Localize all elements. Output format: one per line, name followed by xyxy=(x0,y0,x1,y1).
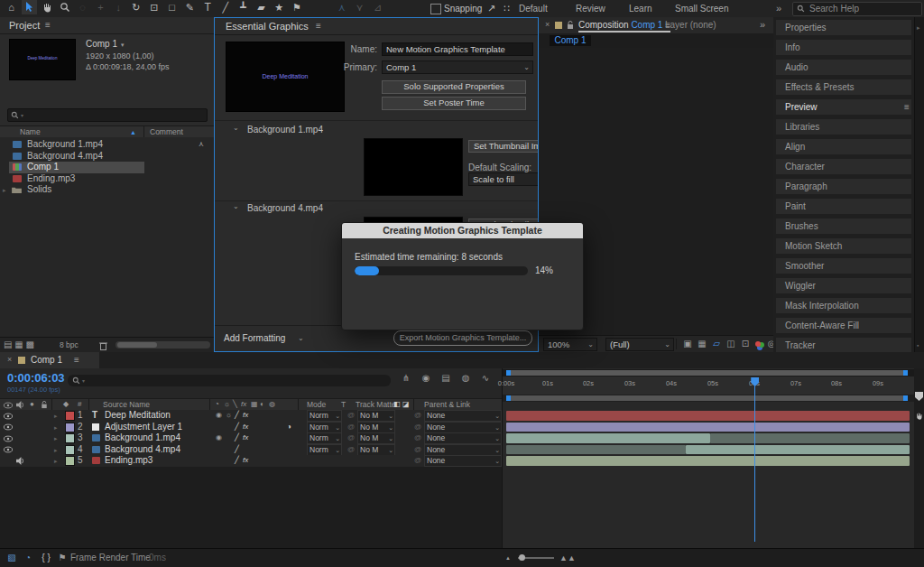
blend-mode-dropdown[interactable]: Norm⌄ xyxy=(307,410,342,422)
parent-dropdown[interactable]: None⌄ xyxy=(424,455,502,467)
roto-brush-tool-icon[interactable]: ★ xyxy=(272,0,287,14)
fx-toggle-icon[interactable]: fx xyxy=(243,455,248,466)
layer-row[interactable]: ▸ 1 T Deep Meditation ◉ ☼ ╱ fx Norm⌄ @ N… xyxy=(0,410,502,423)
blend-mode-dropdown[interactable]: Norm⌄ xyxy=(307,432,342,444)
expand-arrow-icon[interactable]: ▸ xyxy=(54,456,58,467)
solo-supported-properties-button[interactable]: Solo Supported Properties xyxy=(382,80,526,94)
new-composition-icon[interactable]: ▩ xyxy=(25,338,33,352)
fx-switch-icon[interactable]: fx xyxy=(241,399,246,410)
graph-editor-icon[interactable]: ∿ xyxy=(479,373,492,383)
track-matte-header[interactable]: Track Matte xyxy=(356,399,396,410)
shape-tool-icon[interactable]: □ xyxy=(164,0,180,14)
work-area-start-handle[interactable] xyxy=(506,395,511,401)
preview-target-icon[interactable]: ▣ xyxy=(681,336,694,352)
panel-tab-info[interactable]: Info xyxy=(776,40,911,55)
quality-toggle-icon[interactable]: ╱ xyxy=(235,422,239,432)
primary-comp-dropdown[interactable]: Comp 1 ⌄ xyxy=(382,60,533,74)
hide-shy-layers-icon[interactable]: ◉ xyxy=(420,373,432,383)
comp-button-icon[interactable] xyxy=(915,412,923,420)
view-options-icon[interactable]: ⊡ xyxy=(739,336,752,352)
project-search-box[interactable]: ▾ xyxy=(7,108,208,122)
transparency-grid-icon[interactable]: ▦ xyxy=(696,336,708,352)
layer-bar[interactable] xyxy=(506,433,910,443)
eye-icon[interactable] xyxy=(4,423,13,431)
shy-switch-icon[interactable]: ◔ xyxy=(215,399,219,410)
mode-column-header[interactable]: Mode xyxy=(307,399,326,410)
close-icon[interactable]: × xyxy=(545,20,550,29)
timeline-horizontal-scrollbar[interactable] xyxy=(503,369,915,376)
label-color-swatch[interactable] xyxy=(65,433,75,443)
project-item[interactable]: Background 4.mp4 xyxy=(0,151,214,163)
pen-tool-icon[interactable]: ✎ xyxy=(182,0,198,14)
quality-toggle-icon[interactable]: ╱ xyxy=(235,410,239,421)
label-column-icon[interactable]: ◆ xyxy=(63,399,69,410)
scrollbar-right-cap[interactable] xyxy=(903,370,908,376)
track-matte-dropdown[interactable]: No M⌄ xyxy=(357,422,395,433)
fx-toggle-icon[interactable]: fx xyxy=(243,432,248,443)
layer-row[interactable]: ▸ 5 Ending.mp3 ╱ fx @ None⌄ xyxy=(0,455,502,468)
roi-icon[interactable]: ▱ xyxy=(710,336,723,352)
matte-toggle-icon[interactable]: ◧ xyxy=(393,399,401,410)
column-comment[interactable]: Comment xyxy=(150,126,183,137)
eye-icon[interactable] xyxy=(4,402,13,409)
panel-tab-properties[interactable]: Properties xyxy=(776,20,911,35)
matte-pickwhip-icon[interactable]: @ xyxy=(347,422,355,432)
selection-tool-icon[interactable] xyxy=(22,0,37,14)
layer-row[interactable]: ▸ 4 Background 4.mp4 ╱ Norm⌄ @ No M⌄ @ N… xyxy=(0,444,502,457)
preview-panel-menu-icon[interactable]: ≡ xyxy=(904,99,910,115)
viewer-tab-layer[interactable]: Layer (none) xyxy=(665,20,716,30)
panel-tab-tracker[interactable]: Tracker xyxy=(776,338,911,352)
comp-marker-bin-icon[interactable] xyxy=(915,392,923,401)
magnification-dropdown[interactable]: 100% ⌄ xyxy=(543,338,597,351)
quality-toggle-icon[interactable]: ╱ xyxy=(235,455,239,466)
layer-name[interactable]: Background 4.mp4 xyxy=(105,444,180,455)
track-matte-dropdown[interactable]: No M⌄ xyxy=(357,444,395,456)
parent-pickwhip-icon[interactable]: @ xyxy=(414,444,421,455)
parent-pickwhip-icon[interactable]: @ xyxy=(414,432,421,443)
clone-stamp-tool-icon[interactable]: ┻ xyxy=(236,0,251,14)
track-matte-dropdown[interactable]: No M⌄ xyxy=(357,410,395,422)
zoom-tool-icon[interactable] xyxy=(57,0,72,14)
comp-chip[interactable]: Comp 1 xyxy=(550,35,591,46)
fx-toggle-icon[interactable]: fx xyxy=(243,410,248,421)
label-color-swatch[interactable] xyxy=(65,445,75,455)
panel-tab-paragraph[interactable]: Paragraph xyxy=(776,179,911,194)
viewer-overflow-icon[interactable]: » xyxy=(760,19,765,30)
workspace-tab-review[interactable]: Review xyxy=(576,4,605,14)
zoom-out-mountain-icon[interactable]: ▲ xyxy=(505,549,511,567)
project-item-folder[interactable]: ▸ Solids xyxy=(0,184,214,196)
eye-icon[interactable] xyxy=(4,435,13,442)
template-name-input[interactable]: New Motion Graphics Template xyxy=(382,42,533,56)
work-area-bar[interactable] xyxy=(503,395,915,402)
new-folder-icon[interactable]: ▦ xyxy=(14,338,23,352)
comp-name-caret-icon[interactable]: ▼ xyxy=(120,42,125,48)
section-collapse-icon[interactable]: ⌄ xyxy=(233,202,239,210)
collapse-switch-icon[interactable]: ☼ xyxy=(224,399,230,410)
collapsed-panel-icon[interactable]: ▸ xyxy=(917,24,920,32)
essential-graphics-tab[interactable]: Essential Graphics xyxy=(226,21,309,32)
set-thumbnail-image-button[interactable]: Set Thumbnail Im xyxy=(468,140,539,153)
quality-toggle-icon[interactable]: ╱ xyxy=(235,444,239,455)
workspace-tab-learn[interactable]: Learn xyxy=(629,4,652,14)
expand-arrow-icon[interactable]: ▸ xyxy=(54,423,58,433)
motion-blur-icon[interactable]: ◍ xyxy=(459,373,472,383)
matte-pickwhip-icon[interactable]: @ xyxy=(347,432,355,443)
parent-dropdown[interactable]: None⌄ xyxy=(424,444,502,456)
expressions-icon[interactable]: { } xyxy=(38,549,54,567)
lock-icon[interactable] xyxy=(567,21,574,30)
t-column-header[interactable]: T xyxy=(341,399,346,410)
guides-icon[interactable]: ◫ xyxy=(725,336,737,352)
rotation-tool-icon[interactable]: ↻ xyxy=(128,0,143,14)
expand-arrow-icon[interactable]: ▸ xyxy=(54,433,58,444)
fx-toggle-icon[interactable]: fx xyxy=(243,422,248,432)
drag-hand-icon[interactable]: ⚑ xyxy=(56,549,69,567)
project-footer-scrollbar[interactable] xyxy=(116,341,210,349)
resolution-dropdown[interactable]: (Full) ⌄ xyxy=(605,338,674,351)
panel-tab-preview[interactable]: Preview ≡ xyxy=(776,99,911,115)
set-poster-time-button[interactable]: Set Poster Time xyxy=(382,97,526,110)
search-help-box[interactable]: Search Help xyxy=(792,2,922,16)
work-area-end-handle[interactable] xyxy=(903,395,908,401)
eye-icon[interactable] xyxy=(4,413,13,420)
timeline-search-box[interactable]: ▾ xyxy=(68,375,391,386)
matte-pickwhip-icon[interactable]: @ xyxy=(347,410,355,421)
